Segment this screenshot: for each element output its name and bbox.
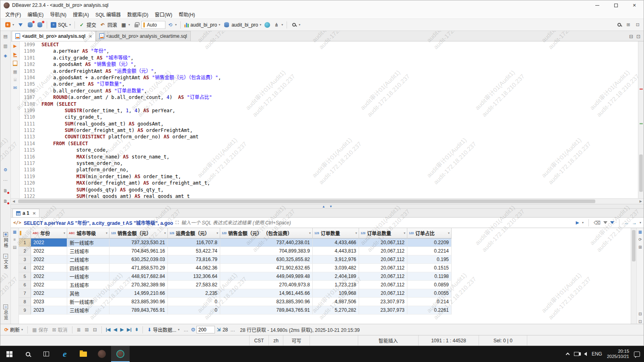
fetch-all-icon[interactable]: ⇟ xyxy=(134,327,140,332)
bookmarks-panel-icon[interactable]: ◈ xyxy=(2,52,9,59)
menu-item[interactable]: 数据库(D) xyxy=(124,10,152,19)
column-filter-icon[interactable]: ▾ xyxy=(64,231,65,235)
editor-results-splitter[interactable]: ▲ ▼ xyxy=(11,204,644,209)
grid-cell[interactable]: 0.0859 xyxy=(407,281,452,289)
clock[interactable]: 20:15 2025/10/21 xyxy=(607,349,629,359)
grid-cell[interactable]: 448,917,682.84 xyxy=(109,272,168,281)
grid-cell[interactable]: 0.2261 xyxy=(407,306,452,315)
nav-forward-icon[interactable]: → xyxy=(632,220,637,226)
new-sql-editor-button[interactable]: ✱ xyxy=(25,21,35,29)
value-panel-icon[interactable]: ▦ xyxy=(638,230,642,234)
tab-close-icon[interactable]: ✕ xyxy=(89,34,92,39)
grid-cell[interactable]: 116,707.8 xyxy=(168,239,220,247)
presentation-grid[interactable]: ▦网格 xyxy=(2,232,9,248)
dbeaver-taskbar-button[interactable] xyxy=(111,346,130,362)
column-filter-icon[interactable]: ▾ xyxy=(404,231,405,235)
grid-settings-icon[interactable]: ⚙ xyxy=(191,327,196,333)
grid-cell[interactable]: 109,968 xyxy=(313,289,359,298)
row-number[interactable]: 2 xyxy=(19,247,31,255)
nav-menu-icon[interactable]: ▾ xyxy=(640,221,641,224)
settings-gear-icon[interactable]: ⚙ xyxy=(2,166,9,173)
row-number[interactable]: 1 xyxy=(19,239,31,247)
next-page-icon[interactable]: ▶ xyxy=(119,327,125,332)
overflow-icon[interactable]: … xyxy=(182,327,190,333)
transaction-lock-button[interactable] xyxy=(132,21,141,29)
grid-cell[interactable]: 三线城市 xyxy=(67,247,109,255)
editor-vertical-scrollbar[interactable] xyxy=(638,41,644,198)
language-indicator[interactable]: ENG xyxy=(592,351,602,357)
grid-cell[interactable]: 2022 xyxy=(31,289,67,298)
grid-cell[interactable]: 23,307,973 xyxy=(359,306,407,315)
last-page-icon[interactable]: ▶| xyxy=(126,327,133,332)
record-mode-icon[interactable]: ⊟ xyxy=(638,312,642,316)
grid-cell[interactable]: 0.2214 xyxy=(407,247,452,255)
column-filter-icon[interactable]: ▾ xyxy=(164,231,166,235)
menu-item[interactable]: 编辑(E) xyxy=(24,10,47,19)
column-filter-icon[interactable]: ▾ xyxy=(448,231,450,235)
clear-icon[interactable]: ⌸ xyxy=(14,78,17,82)
grid-cell[interactable]: 2022 xyxy=(31,264,67,272)
menu-item[interactable]: 帮助(H) xyxy=(175,10,198,19)
export-data-button[interactable]: ⬇导出数据...▾ xyxy=(146,325,181,334)
grid-cell[interactable]: 4,443,813 xyxy=(313,247,359,255)
file-explorer-button[interactable] xyxy=(74,346,93,362)
grid-cell[interactable]: 0.214 xyxy=(407,298,452,306)
filter-settings-icon[interactable] xyxy=(610,221,614,224)
execute-statement-icon[interactable]: ▶ xyxy=(13,44,17,48)
grid-cell[interactable]: 三线城市 xyxy=(67,306,109,315)
grid-cell[interactable]: 3,912,976 xyxy=(313,255,359,264)
volume-icon[interactable] xyxy=(584,352,587,356)
row-number[interactable]: 8 xyxy=(19,298,31,306)
more-options-icon[interactable]: ⋯ xyxy=(2,177,9,184)
grid-cell[interactable]: 2023 xyxy=(31,298,67,306)
grid-view-icon[interactable]: ▦ xyxy=(13,230,17,234)
menu-item[interactable]: 文件(F) xyxy=(2,10,24,19)
grid-cell[interactable]: 20,067,112 xyxy=(359,247,407,255)
grid-cell[interactable]: 0 xyxy=(168,306,220,315)
grid-cell[interactable]: 20,067,112 xyxy=(359,264,407,272)
rollback-button[interactable]: ↶回滚 xyxy=(98,21,119,29)
grid-cell[interactable]: 14,961,445.66 xyxy=(220,289,313,298)
menu-item[interactable]: 导航(N) xyxy=(47,10,70,19)
hidden-icons-chevron[interactable] xyxy=(566,353,570,357)
scrollbar-thumb[interactable] xyxy=(18,200,595,203)
query-preview[interactable]: SELECT a.perYear AS "年份", a.city_grade_t… xyxy=(24,219,173,226)
grid-cell[interactable]: 737,440,238.01 xyxy=(220,239,313,247)
database-navigator-icon[interactable]: ▤ xyxy=(2,33,9,40)
cancel-button[interactable]: ⊠取消 xyxy=(50,325,69,334)
grid-cell[interactable]: 823,885,390.96 xyxy=(109,298,168,306)
row-number[interactable]: 6 xyxy=(19,281,31,289)
presentation-overview[interactable]: ◎总览 xyxy=(0,304,11,321)
scrollbar-thumb[interactable] xyxy=(639,154,643,192)
grid-cell[interactable]: 2022 xyxy=(31,281,67,289)
grid-cell[interactable]: 630,325,855.82 xyxy=(220,255,313,264)
grid-cell[interactable]: 四线城市 xyxy=(67,264,109,272)
row-number[interactable]: 9 xyxy=(19,306,31,315)
error-log-icon[interactable]: 🗎 xyxy=(2,197,9,205)
sql-menu-button[interactable]: ≡SQL▾ xyxy=(49,21,72,29)
task-view-button[interactable] xyxy=(37,346,56,362)
grid-cell[interactable]: 449,049,989.48 xyxy=(220,272,313,281)
scroll-right-icon[interactable]: ▶ xyxy=(640,200,642,203)
grid-cell[interactable]: 0.0055 xyxy=(407,289,452,298)
transaction-log-button[interactable]: ⟲▾ xyxy=(165,21,178,29)
column-header[interactable]: 123订单占比▾ xyxy=(407,228,452,239)
tab-analysis-cleartime-sql[interactable]: <audit_bi_pro> analysis_cleartime.sql xyxy=(96,31,191,41)
filter-input[interactable] xyxy=(181,220,574,226)
results-tab-close-icon[interactable]: ✕ xyxy=(33,211,36,216)
grid-cell[interactable]: 704,845,961.16 xyxy=(109,247,168,255)
menu-item[interactable]: SQL 编辑器 xyxy=(92,10,124,19)
column-header[interactable]: ABC年份▾ xyxy=(31,228,67,239)
minimize-button[interactable] xyxy=(588,0,607,10)
minimize-editor-icon[interactable]: ⊟ xyxy=(629,34,633,39)
first-page-icon[interactable]: |◀ xyxy=(105,327,112,332)
explain-plan-icon[interactable]: ▦ xyxy=(13,70,17,74)
remove-filter-icon[interactable] xyxy=(603,221,607,224)
column-filter-icon[interactable]: ▾ xyxy=(106,231,107,235)
results-tab[interactable]: a 1 ✕ xyxy=(12,209,39,217)
grid-cell[interactable]: 44,062.36 xyxy=(168,264,220,272)
grid-cell[interactable]: 132,306.64 xyxy=(168,272,220,281)
new-connection-button[interactable]: +▾ xyxy=(3,21,16,29)
expand-filter-icon[interactable]: ⛶ xyxy=(175,220,179,225)
overflow-icon[interactable]: … xyxy=(229,327,237,333)
